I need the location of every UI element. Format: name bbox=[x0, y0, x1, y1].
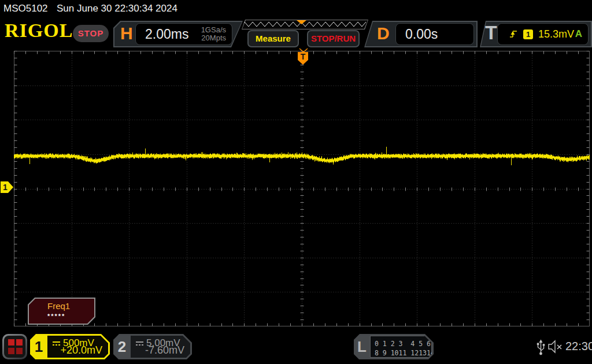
zigzag-waveform-icon bbox=[239, 20, 368, 29]
measurement-label: Freq1 bbox=[47, 301, 70, 311]
channel2-info: 5.00mV -7.60mV bbox=[131, 336, 190, 358]
horizontal-panel[interactable]: H 2.00ms 1GSa/s 20Mpts bbox=[113, 21, 243, 47]
measurement-value: ***** bbox=[47, 313, 65, 320]
horizontal-label: H bbox=[120, 24, 133, 43]
run-state-badge: STOP bbox=[73, 25, 109, 42]
datetime-text: Sun June 30 22:30:34 2024 bbox=[57, 3, 177, 14]
trigger-mode-badge: A bbox=[575, 28, 582, 40]
muted-speaker-icon bbox=[548, 340, 563, 354]
channel1-number: 1 bbox=[30, 334, 47, 359]
delay-panel[interactable]: D 0.00s bbox=[364, 21, 478, 47]
oscilloscope-screen: MSO5102 Sun June 30 22:30:34 2024 RIGOL … bbox=[0, 0, 592, 364]
usb-icon bbox=[536, 339, 545, 356]
dc-coupling-icon bbox=[136, 341, 143, 346]
timebase-value: 2.00ms bbox=[145, 27, 188, 42]
channel1-button[interactable]: 1 500mV +20.0mV bbox=[30, 334, 110, 359]
bottom-bar: 1 500mV +20.0mV 2 5.00mV -7.60mV L bbox=[0, 329, 592, 364]
logic-row1: 0 1 2 3 4 5 6 7 bbox=[371, 336, 431, 348]
trigger-label: T bbox=[485, 21, 497, 44]
trigger-display[interactable]: 1 15.3mV A bbox=[497, 23, 589, 45]
measurement-popup[interactable]: Freq1 ***** bbox=[28, 298, 95, 325]
clock-text: 22:30 bbox=[565, 340, 592, 353]
red-grid-icon bbox=[4, 336, 25, 358]
channel1-offset: +20.0mV bbox=[60, 344, 102, 356]
sample-rate-value: 1GSa/s bbox=[201, 25, 226, 34]
channel2-number: 2 bbox=[113, 334, 131, 359]
trigger-source-badge: 1 bbox=[523, 29, 533, 39]
acquisition-info: 1GSa/s 20Mpts bbox=[201, 26, 226, 42]
titlebar: MSO5102 Sun June 30 22:30:34 2024 bbox=[0, 0, 592, 17]
trigger-level-value: 15.3mV bbox=[538, 28, 574, 40]
preview-position-marker-icon bbox=[297, 20, 306, 24]
rigol-logo: RIGOL bbox=[5, 20, 73, 42]
channel2-offset: -7.60mV bbox=[145, 344, 184, 356]
channel2-button[interactable]: 2 5.00mV -7.60mV bbox=[113, 334, 192, 359]
memory-depth-value: 20Mpts bbox=[201, 34, 226, 42]
delay-display[interactable]: 0.00s bbox=[395, 23, 474, 45]
channel1-info: 500mV +20.0mV bbox=[47, 336, 108, 358]
delay-value: 0.00s bbox=[405, 27, 438, 42]
stop-run-button[interactable]: STOP/RUN bbox=[307, 30, 360, 47]
logic-label: L bbox=[354, 334, 370, 359]
logic-channels: 0 1 2 3 4 5 6 7 8 9 1011 12131415 bbox=[370, 336, 432, 358]
trigger-delay-chevron-icon bbox=[299, 48, 308, 53]
waveform-preview-strip[interactable] bbox=[239, 20, 368, 29]
logic-analyzer-button[interactable]: L 0 1 2 3 4 5 6 7 8 9 1011 12131415 bbox=[354, 334, 434, 359]
delay-label: D bbox=[377, 24, 390, 43]
header-bar: RIGOL STOP H 2.00ms 1GSa/s 20Mpts Measur… bbox=[0, 17, 592, 50]
channel1-level-marker[interactable]: 1 bbox=[1, 181, 13, 193]
rising-edge-icon bbox=[509, 29, 517, 39]
waveform-canvas bbox=[14, 51, 590, 326]
logic-row2: 8 9 1011 12131415 bbox=[371, 348, 431, 358]
measure-button[interactable]: Measure bbox=[247, 30, 299, 47]
dc-coupling-icon bbox=[53, 341, 60, 346]
graticule bbox=[14, 51, 590, 326]
windows-button[interactable] bbox=[2, 334, 27, 359]
trigger-panel[interactable]: T 1 15.3mV A bbox=[480, 21, 592, 47]
model-text: MSO5102 bbox=[3, 3, 48, 14]
timebase-display[interactable]: 2.00ms 1GSa/s 20Mpts bbox=[135, 23, 232, 45]
